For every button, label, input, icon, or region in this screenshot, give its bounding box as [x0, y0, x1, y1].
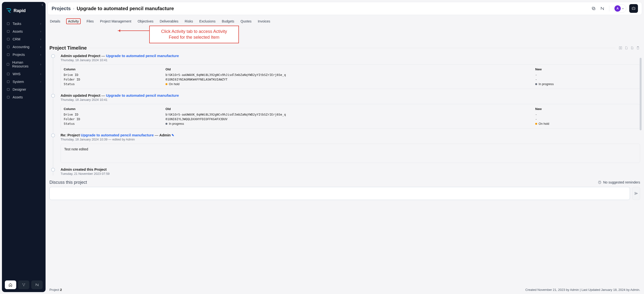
timeline-dot-icon	[51, 134, 55, 137]
timeline-title: Admin updated Project — Upgrade to autom…	[60, 54, 640, 58]
brand-name: Rapid	[14, 8, 26, 13]
svg-rect-7	[7, 81, 9, 83]
changes-table: ColumnOldNewDrive IDb!GK1OrS-aaUWAXK_6qH…	[60, 104, 640, 129]
svg-point-16	[633, 8, 633, 9]
timeline-item: Admin updated Project — Upgrade to autom…	[51, 54, 640, 89]
sidebar-item-human-resources[interactable]: Human Resources›	[4, 58, 43, 70]
annotation-callout: Click Activity tab to access Activity Fe…	[101, 26, 642, 43]
divider	[90, 48, 616, 48]
user-menu[interactable]: A	[613, 4, 626, 12]
sidebar-item-tasks[interactable]: Tasks›	[4, 20, 43, 27]
chevron-right-icon: ›	[40, 53, 41, 56]
sidebar-item-accounting[interactable]: Accounting›	[4, 43, 43, 51]
tab-deliverables[interactable]: Deliverables	[159, 18, 179, 24]
chevron-right-icon: ›	[40, 22, 41, 25]
currency-icon	[6, 45, 10, 49]
timeline-item: Admin updated Project — Upgrade to autom…	[51, 93, 640, 129]
tab-invoices[interactable]: Invoices	[257, 18, 271, 24]
footer: Project 2 Created November 21, 2023 by A…	[48, 286, 642, 292]
tab-risks[interactable]: Risks	[184, 18, 193, 24]
timeline-title: Admin created this Project	[60, 167, 640, 171]
status-dot-icon	[166, 123, 168, 125]
sidebar-item-whs[interactable]: WHS›	[4, 70, 43, 78]
clipboard-icon[interactable]	[636, 46, 640, 50]
sidebar-item-projects[interactable]: Projects›	[4, 51, 43, 58]
tab-project-management[interactable]: Project Management	[100, 18, 132, 24]
sidebar-item-assets[interactable]: Assets	[4, 93, 43, 101]
chevron-right-icon: ›	[40, 80, 41, 83]
sidebar-item-system[interactable]: System›	[4, 78, 43, 86]
n-button[interactable]	[31, 281, 43, 289]
sidebar-item-label: Assets	[12, 95, 23, 99]
collapse-sidebar-icon[interactable]	[41, 3, 44, 7]
timeline-link[interactable]: Upgrade to automated pencil manufacture	[106, 93, 179, 97]
timeline-link[interactable]: Upgrade to automated pencil manufacture	[106, 54, 179, 58]
svg-point-12	[24, 286, 24, 286]
svg-rect-4	[7, 53, 9, 56]
timeline-link[interactable]: Upgrade to automated pencil manufacture	[81, 133, 154, 137]
tab-budgets[interactable]: Budgets	[221, 18, 234, 24]
changes-row: Drive IDb!GK1OrS-aaUWAXK_6qHWi8L392gNCv9…	[64, 112, 637, 117]
assistant-button[interactable]	[629, 4, 638, 13]
sidebar-item-label: Human Resources	[12, 60, 38, 68]
annotation-arrow-icon	[118, 30, 154, 31]
svg-rect-13	[593, 8, 595, 10]
compose-input[interactable]	[50, 187, 630, 200]
timeline-date: Thursday, 18 January 2024 10:41	[60, 58, 640, 62]
svg-rect-19	[621, 47, 622, 49]
timeline-date: Thursday, 18 January 2024 10:39 — edited…	[60, 138, 640, 141]
chevron-right-icon: ›	[40, 63, 41, 66]
changes-row: StatusIn progressOn hold	[64, 121, 637, 126]
sidebar-item-crm[interactable]: CRM›	[4, 35, 43, 43]
annotation-text-line2: Feed for the selected Item	[154, 34, 234, 40]
section-title: Project Timeline	[50, 45, 87, 51]
send-button[interactable]	[632, 187, 640, 200]
timeline-dot-icon	[51, 168, 55, 172]
sidebar-item-assets[interactable]: Assets›	[4, 27, 43, 35]
tab-details[interactable]: Details	[50, 18, 61, 24]
svg-point-10	[22, 284, 23, 284]
scrollbar[interactable]	[640, 58, 642, 130]
reminders-info[interactable]: No suggested reminders	[598, 180, 640, 184]
edit-icon[interactable]: ✎	[172, 134, 174, 137]
svg-rect-9	[7, 96, 9, 98]
document-add-icon[interactable]	[624, 46, 628, 50]
copy-icon[interactable]	[591, 5, 596, 11]
svg-rect-0	[7, 22, 9, 25]
layout-toggle-icon[interactable]	[618, 46, 623, 50]
changes-table: ColumnOldNewDrive IDb!GK1OrS-aaUWAXK_6qH…	[60, 64, 640, 89]
svg-rect-5	[7, 63, 9, 65]
tab-files[interactable]: Files	[86, 18, 94, 24]
avatar: A	[614, 5, 621, 11]
svg-rect-14	[592, 7, 594, 9]
tabs: DetailsActivityFilesProject ManagementOb…	[48, 15, 642, 24]
workflow-button[interactable]	[18, 281, 30, 289]
n-action-icon[interactable]	[600, 5, 605, 11]
server-icon	[6, 80, 10, 84]
tab-exclusions[interactable]: Exclusions	[199, 18, 216, 24]
sidebar-item-designer[interactable]: Designer	[4, 86, 43, 93]
user-icon	[6, 37, 10, 41]
sidebar-bottom-controls	[2, 278, 46, 292]
timeline-item: Re: Project Upgrade to automated pencil …	[51, 133, 640, 163]
tab-quotes[interactable]: Quotes	[240, 18, 252, 24]
clock-icon	[598, 180, 602, 184]
tab-objectives[interactable]: Objectives	[137, 18, 154, 24]
svg-rect-20	[637, 47, 639, 49]
footer-meta: Created November 21, 2023 by Admin | Las…	[525, 288, 640, 292]
timeline: Admin updated Project — Upgrade to autom…	[51, 54, 640, 175]
chevron-down-icon	[622, 7, 624, 10]
tab-activity[interactable]: Activity	[66, 18, 81, 24]
sidebar-item-label: Designer	[12, 88, 26, 91]
breadcrumb-current: Upgrade to automated pencil manufacture	[77, 6, 174, 11]
changes-row: StatusOn holdIn progress	[64, 82, 637, 86]
sidebar: Rapid Tasks›Assets›CRM›Accounting›Projec…	[2, 2, 46, 292]
sidebar-item-label: Tasks	[12, 22, 21, 26]
sidebar-nav: Tasks›Assets›CRM›Accounting›Projects›Hum…	[2, 18, 46, 278]
chevron-right-icon: ›	[40, 45, 41, 49]
home-button[interactable]	[5, 281, 16, 289]
breadcrumb-root[interactable]: Projects	[52, 6, 71, 11]
status-dot-icon	[535, 123, 537, 125]
brand-logo[interactable]: Rapid	[2, 2, 46, 18]
document-send-icon[interactable]	[630, 46, 634, 50]
